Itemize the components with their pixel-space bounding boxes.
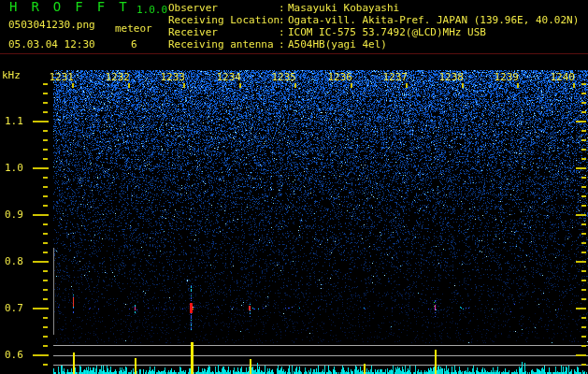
y-tick-minor: [43, 242, 48, 244]
x-tick: [573, 83, 575, 88]
y-tick-minor: [43, 195, 48, 197]
y-tick-minor: [43, 223, 48, 225]
y-tick-minor: [43, 326, 48, 328]
y-tick-minor-right: [581, 345, 586, 347]
y-tick-minor: [43, 336, 48, 338]
y-tick-minor-right: [581, 270, 586, 272]
y-tick-minor: [43, 149, 48, 151]
x-tick: [351, 83, 352, 88]
app-version: 1.0.0: [136, 4, 167, 16]
x-tick-label: 1238: [434, 71, 464, 83]
y-tick-minor-right: [581, 317, 586, 319]
info-row: Receiving antenna:A504HB(yagi 4el): [168, 38, 579, 50]
y-tick-major-right: [576, 214, 586, 216]
y-tick-label: 0.8: [5, 255, 23, 267]
info-row: Receiver:ICOM IC-575 53.7492(@LCD)MHz US…: [168, 26, 579, 38]
y-tick-minor-right: [581, 252, 586, 253]
observer-info-block: Observer:Masayuki KobayashiReceiving Loc…: [168, 2, 579, 50]
x-tick-label: 1232: [100, 71, 130, 83]
x-tick: [183, 83, 185, 88]
info-value: Ogata-vill. Akita-Pref. JAPAN (139.96E, …: [288, 14, 579, 26]
y-tick-major-right: [576, 261, 586, 263]
mode-label: meteor: [115, 22, 152, 35]
y-tick-label: 1.1: [5, 115, 23, 127]
x-tick-label: 1233: [155, 71, 185, 83]
spectrogram-canvas: [0, 0, 588, 374]
y-tick-minor: [43, 298, 48, 300]
y-tick-minor: [43, 364, 48, 366]
x-tick: [239, 83, 241, 88]
x-tick-label: 1236: [323, 71, 352, 83]
y-tick-label: 0.6: [5, 349, 23, 361]
y-tick-minor: [43, 317, 48, 319]
y-tick-minor: [43, 139, 48, 141]
y-axis-unit-label: kHz: [2, 69, 21, 81]
x-tick: [462, 83, 464, 88]
info-colon: :: [279, 38, 288, 50]
y-tick-label: 1.0: [5, 162, 23, 174]
y-tick-minor: [43, 289, 48, 291]
info-value: A504HB(yagi 4el): [288, 38, 387, 50]
x-tick: [517, 83, 519, 88]
y-tick-minor: [43, 233, 48, 235]
y-tick-minor-right: [581, 149, 586, 151]
hrofft-output-image: HROFFT 1.0.0 0503041230.png meteor 05.03…: [0, 0, 588, 374]
y-tick-minor-right: [581, 93, 586, 94]
app-title: HROFFT: [9, 1, 141, 13]
y-tick-minor-right: [581, 242, 586, 244]
info-label: Observer: [168, 2, 279, 14]
x-tick-label: 1239: [489, 71, 519, 83]
y-tick-minor-right: [581, 158, 586, 160]
y-tick-major: [33, 261, 49, 263]
y-tick-minor-right: [581, 102, 586, 104]
y-tick-minor-right: [581, 336, 586, 338]
info-label: Receiving Location: [168, 14, 279, 26]
x-tick-label: 1235: [266, 71, 296, 83]
x-tick-label: 1234: [211, 71, 241, 83]
y-tick-major: [33, 167, 49, 169]
y-tick-minor-right: [581, 289, 586, 291]
y-tick-minor: [43, 111, 48, 113]
y-tick-major: [33, 308, 49, 309]
y-tick-label: 0.7: [5, 302, 23, 314]
y-tick-minor: [43, 102, 48, 104]
y-tick-minor-right: [581, 205, 586, 207]
observation-datetime: 05.03.04 12:30: [8, 38, 95, 50]
x-tick-label: 1231: [44, 71, 74, 83]
y-tick-minor: [43, 158, 48, 160]
y-tick-minor-right: [581, 326, 586, 328]
y-tick-minor-right: [581, 186, 586, 188]
header-divider-line: [0, 53, 588, 54]
y-tick-major-right: [576, 308, 586, 309]
y-tick-minor-right: [581, 233, 586, 235]
y-tick-minor-right: [581, 280, 586, 281]
info-row: Observer:Masayuki Kobayashi: [168, 2, 579, 14]
info-label: Receiver: [168, 26, 279, 38]
y-tick-minor: [43, 186, 48, 188]
y-tick-minor-right: [581, 177, 586, 179]
y-tick-minor: [43, 270, 48, 272]
y-tick-minor-right: [581, 139, 586, 141]
y-tick-major: [33, 121, 49, 122]
info-row: Receiving Location:Ogata-vill. Akita-Pre…: [168, 14, 579, 26]
info-colon: :: [279, 26, 288, 38]
meteor-count: 6: [131, 38, 137, 50]
y-tick-minor: [43, 130, 48, 132]
y-tick-minor-right: [581, 364, 586, 366]
x-tick: [72, 83, 74, 88]
y-tick-minor-right: [581, 223, 586, 225]
info-colon: :: [279, 14, 288, 26]
y-tick-minor-right: [581, 298, 586, 300]
x-tick: [128, 83, 130, 88]
y-tick-label: 0.9: [5, 209, 23, 221]
y-tick-major-right: [576, 121, 586, 122]
x-tick: [294, 83, 296, 88]
y-tick-minor: [43, 177, 48, 179]
y-tick-minor: [43, 93, 48, 94]
y-tick-minor: [43, 83, 48, 85]
y-tick-minor-right: [581, 195, 586, 197]
x-tick: [406, 83, 408, 88]
y-tick-major: [33, 354, 49, 356]
y-tick-minor-right: [581, 83, 586, 85]
y-tick-minor: [43, 345, 48, 347]
